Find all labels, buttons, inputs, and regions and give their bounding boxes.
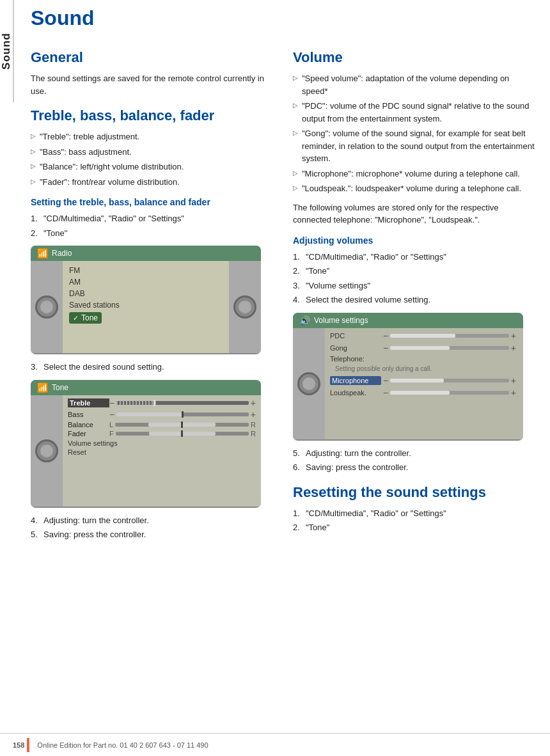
- list-item-text: "Treble": treble adjustment.: [40, 130, 139, 143]
- balance-l: L: [109, 421, 113, 429]
- loud-minus: −: [383, 388, 388, 398]
- resetting-heading: Resetting the sound settings: [293, 484, 537, 501]
- tone-bar-area-treble: − +: [109, 398, 256, 408]
- vol-screen-icon: 🔊: [299, 315, 310, 326]
- list-item-text: Select the desired volume setting.: [306, 294, 430, 306]
- setting-steps-list: 1. "CD/Multimedia", "Radio" or "Settings…: [31, 212, 274, 239]
- menu-item-tone-selected: ✓ Tone: [69, 311, 223, 325]
- vol-label-telephone: Telephone:: [330, 355, 381, 363]
- step-number: 4.: [293, 294, 306, 306]
- wifi-icon: 📶: [37, 248, 48, 258]
- tone-bar-area-balance: L R: [109, 421, 256, 429]
- list-item: 4. Adjusting: turn the controller.: [31, 514, 274, 527]
- list-item-text: Saving: press the controller.: [306, 461, 408, 474]
- loud-plus: +: [511, 388, 516, 398]
- footer-page-number: 158: [13, 741, 24, 749]
- general-body: The sound settings are saved for the rem…: [31, 72, 274, 97]
- vol-label-gong: Gong: [330, 344, 381, 352]
- tone-row-fader: Fader F R: [68, 430, 256, 437]
- bullet-icon: ▷: [293, 73, 298, 83]
- list-item: 2. "Tone": [31, 227, 274, 240]
- list-item-text: "Bass": bass adjustment.: [40, 146, 132, 159]
- checkmark-icon: ✓: [73, 314, 79, 322]
- list-item-text: "Balance": left/right volume distributio…: [40, 161, 184, 173]
- step-number: 1.: [31, 212, 43, 225]
- tone-other-reset: Reset: [68, 448, 256, 457]
- tone-screen-title: Tone: [52, 383, 68, 392]
- balance-r: R: [251, 421, 256, 429]
- step-number: 5.: [31, 528, 43, 541]
- list-item-text: "CD/Multimedia", "Radio" or "Settings": [306, 251, 446, 264]
- controller-inner-right: [239, 301, 251, 313]
- step-number: 2.: [293, 265, 306, 278]
- list-item: 6. Saving: press the controller.: [293, 461, 537, 474]
- step-number: 3.: [31, 361, 43, 374]
- vol-row-microphone: Microphone − +: [330, 375, 518, 386]
- treble-bar: [116, 401, 249, 405]
- tone-ctrl-circle: [35, 439, 58, 462]
- page-footer: 158 Online Edition for Part no. 01 40 2 …: [0, 733, 550, 756]
- mic-plus: +: [511, 375, 516, 386]
- right-controller: [229, 261, 261, 353]
- vol-label-loudspeak: Loudspeak.: [330, 389, 381, 397]
- sidebar-tab: Sound: [0, 0, 14, 102]
- gong-minus: −: [383, 343, 388, 353]
- list-item-text: "Volume settings": [306, 280, 370, 292]
- bullet-icon: ▷: [31, 177, 36, 186]
- list-item: 5. Saving: press the controller.: [31, 528, 274, 541]
- fader-f: F: [109, 430, 114, 437]
- bullet-icon: ▷: [293, 128, 298, 138]
- list-item: ▷ "Balance": left/right volume distribut…: [31, 161, 274, 173]
- step-number: 2.: [293, 521, 306, 534]
- bullet-icon: ▷: [293, 183, 298, 193]
- vol-row-telephone: Telephone:: [330, 355, 518, 363]
- adjusting-steps-list: 1. "CD/Multimedia", "Radio" or "Settings…: [293, 251, 537, 306]
- menu-item-saved: Saved stations: [69, 299, 223, 311]
- vol-label-microphone: Microphone: [330, 376, 381, 385]
- list-item-text: "Loudspeak.": loudspeaker* volume during…: [302, 182, 521, 195]
- adjusting-steps-list-2: 5. Adjusting: turn the controller. 6. Sa…: [293, 447, 537, 474]
- treble-plus: +: [251, 398, 256, 408]
- footer-text: Online Edition for Part no. 01 40 2 607 …: [37, 741, 208, 749]
- footer-bar-decoration: [27, 738, 29, 752]
- list-item-text: "Tone": [306, 521, 329, 534]
- list-item: ▷ "Microphone": microphone* volume durin…: [293, 168, 537, 180]
- vol-row-gong: Gong − +: [330, 343, 518, 353]
- list-item: ▷ "Treble": treble adjustment.: [31, 130, 274, 143]
- bass-minus: −: [109, 409, 114, 420]
- list-item: 1. "CD/Multimedia", "Radio" or "Settings…: [293, 251, 537, 264]
- tone-row-treble: Treble − +: [68, 398, 256, 408]
- screen-body: FM AM DAB Saved stations ✓ Tone: [31, 261, 261, 353]
- page-title: Sound: [31, 6, 537, 30]
- bass-bar: [116, 413, 249, 416]
- list-item-text: "Gong": volume of the sound signal, for …: [302, 127, 537, 165]
- controller-circle-right: [233, 295, 256, 319]
- screen-title: Radio: [52, 249, 72, 258]
- vol-screen-header: 🔊 Volume settings: [293, 313, 523, 328]
- tone-screen-image: 📶 Tone Treble −: [31, 380, 261, 508]
- step-number: 5.: [293, 447, 306, 460]
- vol-screen-body: PDC − + Gong −: [293, 328, 523, 439]
- vol-menu: PDC − + Gong −: [325, 328, 523, 439]
- list-item: 3. "Volume settings": [293, 280, 537, 292]
- setting-steps-list-3: 4. Adjusting: turn the controller. 5. Sa…: [31, 514, 274, 541]
- treble-heading: Treble, bass, balance, fader: [31, 107, 274, 124]
- gong-plus: +: [511, 343, 516, 353]
- vol-label-pdc: PDC: [330, 332, 381, 340]
- mic-bar: [390, 379, 509, 382]
- left-controller: [31, 261, 63, 353]
- treble-minus: −: [109, 398, 114, 408]
- list-item: 1. "CD/Multimedia", "Radio" or "Settings…: [293, 507, 537, 520]
- list-item-text: "CD/Multimedia", "Radio" or "Settings": [306, 507, 446, 520]
- tone-bar-area-bass: − +: [109, 409, 256, 420]
- balance-bar: [115, 423, 249, 427]
- list-item-text: "Microphone": microphone* volume during …: [302, 168, 520, 180]
- list-item: 4. Select the desired volume setting.: [293, 294, 537, 306]
- vol-screen-title: Volume settings: [314, 316, 368, 325]
- tone-label-fader: Fader: [68, 430, 109, 437]
- list-item-text: Select the desired sound setting.: [43, 361, 164, 374]
- loud-bar: [390, 391, 509, 395]
- step-number: 6.: [293, 461, 306, 474]
- gong-bar: [390, 346, 509, 350]
- fader-r: R: [251, 430, 256, 437]
